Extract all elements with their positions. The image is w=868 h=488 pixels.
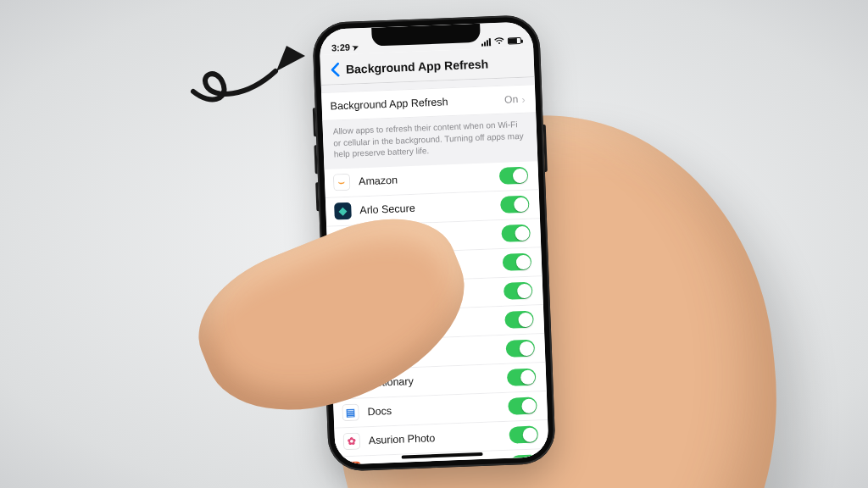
app-toggle[interactable]: [500, 196, 530, 214]
app-label: Asurion Photo: [369, 430, 509, 446]
master-toggle-label: Background App Refresh: [330, 94, 504, 113]
app-toggle[interactable]: [499, 167, 529, 185]
annotation-arrow: [178, 32, 322, 117]
app-toggle[interactable]: [507, 369, 537, 386]
section-footnote: Allow apps to refresh their content when…: [322, 113, 537, 169]
chevron-right-icon: ›: [521, 92, 526, 105]
app-icon: ⌣: [333, 174, 351, 191]
app-toggle[interactable]: [504, 311, 534, 329]
app-toggle[interactable]: [505, 340, 535, 358]
app-toggle[interactable]: [504, 282, 533, 300]
wifi-icon: [494, 36, 504, 47]
app-label: DuckDuckGo: [370, 458, 510, 465]
app-icon: ●: [344, 461, 362, 464]
master-toggle-value: On: [504, 93, 519, 106]
back-button[interactable]: [326, 59, 345, 79]
status-time: 3:29: [331, 42, 350, 53]
location-icon: ➤: [351, 42, 360, 52]
app-toggle[interactable]: [509, 425, 538, 443]
page-title: Background App Refresh: [346, 57, 489, 75]
app-label: Amazon: [359, 170, 499, 187]
app-label: Arlo Secure: [359, 199, 500, 216]
battery-icon: [508, 37, 521, 45]
app-label: Docs: [367, 401, 508, 418]
app-toggle[interactable]: [508, 396, 537, 414]
app-toggle[interactable]: [501, 225, 531, 242]
app-toggle[interactable]: [503, 253, 532, 271]
cellular-signal-icon: [481, 38, 491, 46]
app-icon: ◆: [334, 202, 352, 220]
app-icon: ▤: [342, 404, 359, 422]
app-icon: ✿: [343, 433, 361, 451]
